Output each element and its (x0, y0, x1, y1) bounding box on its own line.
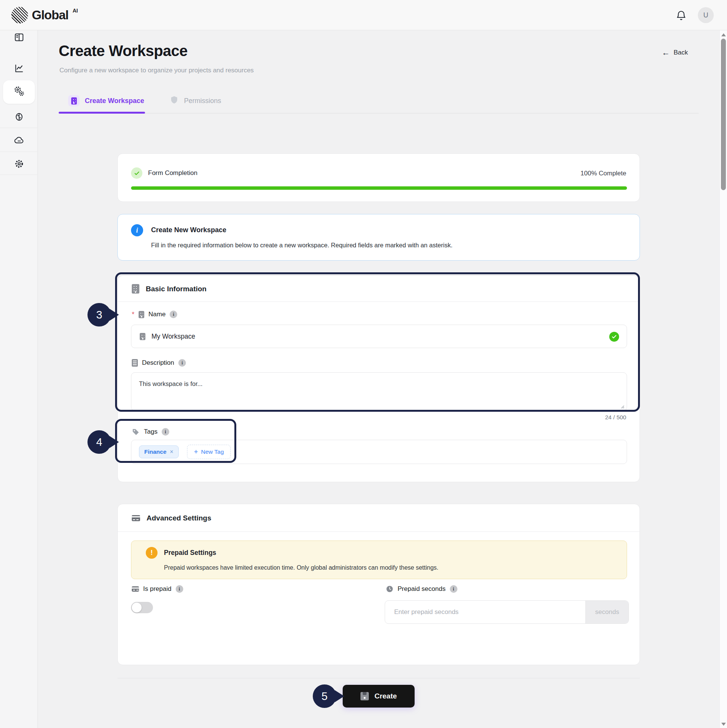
prepaid-warning-title: Prepaid Settings (164, 549, 216, 557)
prepaid-seconds-input-group: seconds (385, 600, 629, 624)
page-subtitle: Configure a new workspace to organize yo… (59, 67, 254, 74)
credit-card-icon (132, 586, 139, 592)
tags-label: Tags (144, 428, 158, 436)
back-button[interactable]: ← Back (662, 48, 688, 56)
document-icon (132, 359, 138, 367)
tabs-underline (59, 113, 699, 114)
sidebar-divider (0, 152, 38, 152)
sidebar-divider (0, 128, 38, 128)
footer-divider (117, 678, 640, 678)
sidebar-item-models[interactable] (0, 112, 38, 123)
app-window: Global AI U (0, 0, 727, 728)
scrollbar-thumb[interactable] (721, 39, 726, 190)
char-counter: 24 / 500 (605, 414, 626, 421)
prepaid-seconds-input[interactable] (385, 601, 585, 623)
sidebar-item-panels[interactable] (0, 32, 38, 44)
sidebar (0, 30, 38, 728)
new-tag-button[interactable]: + New Tag (187, 445, 231, 459)
save-icon (360, 692, 369, 700)
advanced-settings-card: Advanced Settings Prepaid Settings Prepa… (117, 504, 640, 665)
prepaid-warning-body: Prepaid workspaces have limited executio… (164, 564, 438, 571)
sidebar-item-analytics[interactable] (0, 63, 38, 75)
banner-body: Fill in the required information below t… (151, 242, 452, 249)
banner-title: Create New Workspace (151, 226, 226, 234)
completion-progress-bar (131, 186, 627, 190)
is-prepaid-info-icon[interactable] (176, 585, 183, 593)
step-4-marker: 4 (87, 430, 111, 454)
plus-icon: + (194, 448, 198, 456)
is-prepaid-toggle[interactable] (131, 602, 153, 613)
is-prepaid-label: Is prepaid (143, 585, 172, 593)
sidebar-item-workspaces-active[interactable] (3, 80, 35, 104)
section-divider (118, 531, 640, 532)
prepaid-seconds-info-icon[interactable] (450, 585, 457, 593)
line-chart-icon (14, 63, 24, 75)
step-3-marker: 3 (87, 303, 111, 327)
building-icon (132, 284, 139, 294)
scrollbar-up-arrow[interactable] (721, 33, 726, 36)
workspace-building-icon (68, 95, 80, 106)
tab-create-workspace[interactable]: Create Workspace (68, 92, 144, 109)
tab-permissions[interactable]: Permissions (170, 92, 221, 109)
prepaid-seconds-suffix: seconds (585, 601, 629, 623)
gear-icon (14, 159, 24, 170)
prepaid-seconds-label: Prepaid seconds (398, 585, 446, 593)
name-label: Name (148, 311, 165, 318)
credit-card-icon (132, 515, 140, 521)
toggle-knob (132, 603, 142, 612)
notifications-bell-icon[interactable] (676, 10, 687, 21)
advanced-settings-title: Advanced Settings (147, 514, 211, 522)
workspace-name-value: My Workspace (151, 333, 195, 341)
form-completion-card: Form Completion 100% Complete (117, 153, 640, 202)
basic-info-title: Basic Information (146, 285, 206, 293)
scrollbar-down-arrow[interactable] (721, 723, 726, 726)
shield-icon (170, 95, 179, 106)
description-textarea[interactable]: This workspace is for... (131, 372, 627, 411)
create-button-label: Create (374, 692, 397, 700)
panel-layout-icon (14, 32, 24, 44)
create-button[interactable]: Create (343, 685, 415, 708)
info-icon: i (131, 224, 143, 236)
completion-check-icon (131, 167, 142, 179)
back-label: Back (674, 49, 688, 56)
building-icon (140, 333, 145, 340)
description-info-icon[interactable] (178, 359, 186, 367)
topbar: Global AI U (0, 0, 727, 30)
tag-icon (132, 428, 140, 436)
step-5-marker: 5 (313, 684, 336, 708)
info-banner: i Create New Workspace Fill in the requi… (117, 214, 640, 261)
brand-logo-icon (11, 7, 28, 23)
completion-progress-fill (131, 186, 627, 190)
brand-logo: Global AI (11, 7, 78, 23)
tag-chip-finance: Finance × (139, 445, 179, 458)
tab-permissions-label: Permissions (184, 97, 221, 105)
tabs-active-indicator (59, 112, 145, 114)
prepaid-warning-box: Prepaid Settings Prepaid workspaces have… (131, 541, 627, 579)
sidebar-divider (0, 175, 38, 175)
tag-chip-label: Finance (144, 448, 167, 455)
completion-label: Form Completion (148, 169, 197, 177)
user-avatar[interactable]: U (698, 7, 714, 23)
sidebar-item-settings[interactable] (0, 159, 38, 170)
name-info-icon[interactable] (170, 311, 177, 318)
new-tag-label: New Tag (201, 448, 224, 455)
section-divider (118, 302, 640, 302)
basic-information-card: Basic Information * Name My Workspace De… (117, 275, 640, 482)
required-asterisk: * (132, 311, 134, 319)
sidebar-item-cloud[interactable] (0, 135, 38, 147)
gears-icon (13, 85, 25, 99)
building-icon (139, 311, 144, 318)
cloud-icon (14, 135, 24, 147)
name-valid-check-icon (609, 332, 619, 342)
tags-input-container[interactable]: Finance × + New Tag (131, 440, 627, 464)
brain-icon (14, 112, 24, 123)
completion-status: 100% Complete (580, 170, 626, 177)
clock-icon (386, 585, 393, 593)
tab-create-workspace-label: Create Workspace (85, 97, 144, 105)
remove-tag-icon[interactable]: × (170, 448, 173, 455)
page-title: Create Workspace (59, 42, 187, 59)
scrollbar[interactable] (719, 30, 727, 728)
workspace-name-input[interactable]: My Workspace (131, 325, 627, 348)
tags-info-icon[interactable] (162, 428, 169, 436)
brand-name: Global (32, 7, 69, 23)
